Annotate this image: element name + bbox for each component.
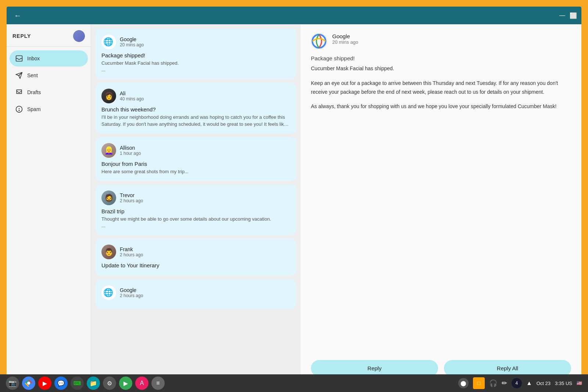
email-item-1[interactable]: 🌐 Google 20 mins ago Package shipped! Cu… bbox=[96, 29, 296, 79]
detail-body-para1: Keep an eye out for a package to arrive … bbox=[311, 79, 571, 97]
detail-sender-name: Google bbox=[332, 33, 358, 39]
tray-locale: 🇺🇸 bbox=[577, 381, 582, 386]
sidebar-item-drafts[interactable]: Drafts bbox=[10, 84, 88, 100]
email-subject-3: Bonjour from Paris bbox=[101, 161, 290, 167]
tray-audio-icon[interactable]: 🎧 bbox=[489, 379, 497, 387]
detail-subject: Package shipped! bbox=[311, 55, 571, 61]
app-title: Reply bbox=[12, 33, 31, 39]
svg-point-9 bbox=[311, 33, 327, 49]
sender-row-5: 👨 Frank 2 hours ago bbox=[101, 245, 290, 259]
main-layout: Reply Inbox bbox=[7, 24, 581, 385]
email-item-2[interactable]: 👩 Ali 40 mins ago Brunch this weekend? I… bbox=[96, 83, 296, 133]
sender-name-4: Trevor bbox=[120, 192, 290, 198]
detail-avatar bbox=[311, 33, 327, 49]
system-tray: ⬤ □ 🎧 ✏ 4 ▲ Oct 23 3:35 US 🇺🇸 bbox=[458, 377, 582, 389]
taskbar: 📷 ▶ 💬 ⌨ 📁 ⚙ ▶ A ≡ ⬤ □ 🎧 ✏ 4 ▲ bbox=[0, 374, 588, 392]
sender-avatar-6: 🌐 bbox=[101, 285, 116, 300]
spam-icon bbox=[15, 106, 23, 113]
svg-text:🌐: 🌐 bbox=[103, 288, 114, 297]
email-preview-4: Thought we might be able to go over some… bbox=[101, 216, 290, 229]
detail-body: Cucumber Mask Facial has shipped. Keep a… bbox=[311, 64, 571, 351]
sidebar-header: Reply bbox=[7, 24, 91, 47]
email-subject-2: Brunch this weekend? bbox=[101, 106, 290, 113]
email-item-6[interactable]: 🌐 Google 2 hours ago bbox=[96, 279, 296, 309]
svg-text:🌐: 🌐 bbox=[103, 37, 114, 47]
sender-row-1: 🌐 Google 20 mins ago bbox=[101, 35, 290, 49]
email-preview-2: I'll be in your neighborhood doing erran… bbox=[101, 114, 290, 127]
sender-avatar-2: 👩 bbox=[101, 89, 116, 103]
sender-name-6: Google bbox=[120, 287, 290, 293]
taskbar-chrome-button[interactable] bbox=[22, 377, 35, 390]
svg-point-12 bbox=[27, 382, 30, 385]
back-button[interactable]: ← bbox=[11, 10, 24, 21]
tray-pen-icon[interactable]: ✏ bbox=[502, 379, 507, 387]
sender-time-2: 40 mins ago bbox=[120, 96, 290, 101]
sidebar-nav: Inbox Sent bbox=[7, 47, 91, 385]
sidebar-item-spam[interactable]: Spam bbox=[10, 101, 88, 117]
sent-icon bbox=[15, 72, 23, 79]
taskbar-lens-button[interactable]: 📷 bbox=[6, 377, 19, 390]
inbox-icon bbox=[15, 55, 23, 62]
taskbar-play-button[interactable]: ▶ bbox=[119, 377, 132, 390]
sender-row-4: 🧔 Trevor 2 hours ago bbox=[101, 190, 290, 205]
titlebar: ← — ⬜ bbox=[7, 7, 581, 24]
email-subject-1: Package shipped! bbox=[101, 52, 290, 58]
taskbar-settings-button[interactable]: ⚙ bbox=[103, 377, 116, 390]
tray-camera-icon: ⬤ bbox=[458, 378, 469, 388]
svg-point-4 bbox=[19, 110, 19, 111]
taskbar-more-button[interactable]: ≡ bbox=[151, 377, 165, 390]
inbox-label: Inbox bbox=[27, 56, 40, 61]
sidebar-item-inbox[interactable]: Inbox bbox=[10, 50, 88, 67]
sender-avatar-3: 👱‍♀️ bbox=[101, 143, 116, 158]
email-item-5[interactable]: 👨 Frank 2 hours ago Update to Your Itine… bbox=[96, 239, 296, 276]
detail-sender-time: 20 mins ago bbox=[332, 39, 358, 45]
email-item-4[interactable]: 🧔 Trevor 2 hours ago Brazil trip Thought… bbox=[96, 185, 296, 235]
drafts-label: Drafts bbox=[27, 89, 41, 95]
detail-header: Google 20 mins ago bbox=[311, 33, 571, 49]
sidebar: Reply Inbox bbox=[7, 24, 91, 385]
detail-body-para2: As always, thank you for shopping with u… bbox=[311, 102, 571, 111]
sender-name-2: Ali bbox=[120, 90, 290, 96]
drafts-icon bbox=[15, 89, 23, 96]
email-detail-panel: Google 20 mins ago Package shipped! Cucu… bbox=[301, 24, 581, 385]
tray-wifi-icon: ▲ bbox=[526, 380, 532, 386]
sender-time-5: 2 hours ago bbox=[120, 252, 290, 257]
app-window: ← — ⬜ Reply bbox=[7, 7, 581, 385]
tray-clipboard-icon[interactable]: □ bbox=[473, 377, 485, 389]
sender-time-3: 1 hour ago bbox=[120, 151, 290, 156]
maximize-button[interactable]: ⬜ bbox=[570, 12, 577, 19]
taskbar-files-button[interactable]: 📁 bbox=[87, 377, 100, 390]
sender-row-6: 🌐 Google 2 hours ago bbox=[101, 285, 290, 300]
taskbar-time: 3:35 US bbox=[555, 381, 572, 386]
sent-label: Sent bbox=[27, 72, 38, 78]
window-controls: — ⬜ bbox=[559, 12, 577, 19]
sender-avatar-4: 🧔 bbox=[101, 190, 116, 205]
sender-time-1: 20 mins ago bbox=[120, 42, 290, 47]
sender-row-3: 👱‍♀️ Allison 1 hour ago bbox=[101, 143, 290, 158]
sender-avatar-1: 🌐 bbox=[101, 35, 116, 49]
user-avatar[interactable] bbox=[73, 30, 85, 42]
sender-name-3: Allison bbox=[120, 145, 290, 151]
detail-body-line1: Cucumber Mask Facial has shipped. bbox=[311, 64, 571, 73]
sender-avatar-5: 👨 bbox=[101, 245, 116, 259]
taskbar-chat-button[interactable]: 💬 bbox=[54, 377, 68, 390]
email-item-3[interactable]: 👱‍♀️ Allison 1 hour ago Bonjour from Par… bbox=[96, 137, 296, 181]
tray-notification-icon[interactable]: 4 bbox=[512, 378, 522, 388]
taskbar-date: Oct 23 bbox=[537, 381, 551, 386]
sender-name-5: Frank bbox=[120, 246, 290, 252]
email-list: 🌐 Google 20 mins ago Package shipped! Cu… bbox=[91, 24, 301, 385]
taskbar-appstore-button[interactable]: A bbox=[135, 377, 148, 390]
email-subject-5: Update to Your Itinerary bbox=[101, 262, 290, 268]
email-preview-3: Here are some great shots from my trip..… bbox=[101, 168, 290, 175]
taskbar-terminal-button[interactable]: ⌨ bbox=[71, 377, 84, 390]
minimize-button[interactable]: — bbox=[559, 12, 565, 19]
taskbar-youtube-button[interactable]: ▶ bbox=[38, 377, 51, 390]
email-preview-1: Cucumber Mask Facial has shipped. ... bbox=[101, 60, 290, 73]
email-subject-4: Brazil trip bbox=[101, 208, 290, 214]
sender-row-2: 👩 Ali 40 mins ago bbox=[101, 89, 290, 103]
sender-time-4: 2 hours ago bbox=[120, 198, 290, 203]
spam-label: Spam bbox=[27, 106, 41, 112]
sender-name-1: Google bbox=[120, 36, 290, 42]
sidebar-item-sent[interactable]: Sent bbox=[10, 67, 88, 83]
sender-time-6: 2 hours ago bbox=[120, 293, 290, 298]
